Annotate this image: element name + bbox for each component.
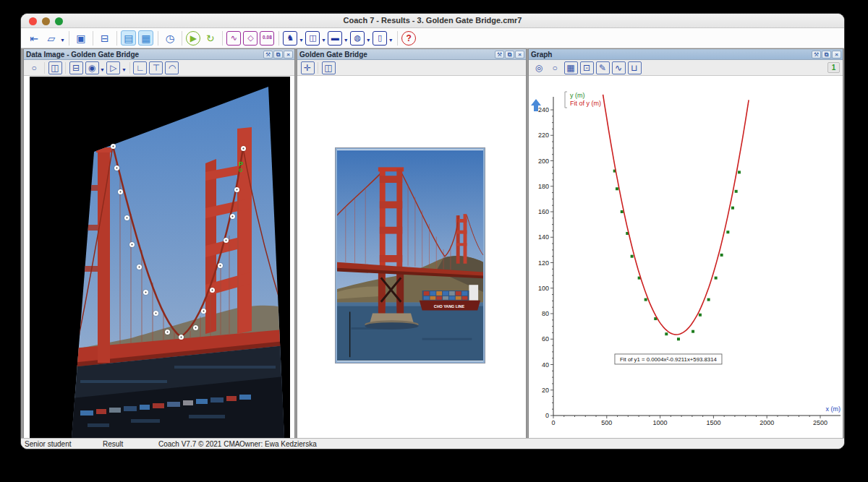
scatter-point[interactable] bbox=[699, 314, 702, 317]
axes-icon[interactable]: ∟ bbox=[133, 61, 147, 74]
value-tool-icon[interactable]: 0.08 bbox=[260, 31, 274, 46]
points-dropdown-icon[interactable]: ▼ bbox=[100, 67, 105, 72]
data-point-marker[interactable] bbox=[241, 146, 246, 151]
data-point-marker[interactable] bbox=[230, 214, 235, 219]
photo-titlebar[interactable]: Golden Gate Bridge ⚒⧉× bbox=[297, 49, 526, 60]
scale-icon[interactable]: ⊤ bbox=[149, 61, 163, 74]
panel-tools-icon[interactable]: ⚒ bbox=[263, 51, 273, 59]
status-bar: Senior student Result Coach V7.7 © 2021 … bbox=[21, 438, 844, 449]
meter-tool-icon[interactable]: ◇ bbox=[243, 31, 258, 46]
data-point-marker[interactable] bbox=[153, 311, 158, 316]
data-point-marker[interactable] bbox=[165, 330, 170, 335]
scatter-point[interactable] bbox=[707, 298, 710, 301]
scatter-point[interactable] bbox=[631, 255, 634, 258]
monitor-tool-dropdown-icon[interactable]: ▼ bbox=[344, 38, 349, 43]
data-point-marker[interactable] bbox=[124, 215, 129, 220]
graph-tool-icon[interactable]: ∿ bbox=[226, 31, 241, 46]
play-icon[interactable]: ▶ bbox=[186, 31, 200, 46]
data-point-marker[interactable] bbox=[201, 309, 206, 314]
data-point-marker[interactable] bbox=[179, 335, 184, 340]
revert-icon[interactable]: ↻ bbox=[203, 30, 218, 46]
exit-icon[interactable]: ⇤ bbox=[27, 30, 42, 46]
image-tool-dropdown-icon[interactable]: ▼ bbox=[321, 38, 326, 43]
document-tool-dropdown-icon[interactable]: ▼ bbox=[388, 38, 393, 43]
selected-point-marker[interactable] bbox=[239, 168, 242, 172]
save-icon[interactable]: ▣ bbox=[73, 30, 88, 46]
panel-close-icon[interactable]: × bbox=[284, 51, 293, 59]
zoom-icon[interactable]: ○ bbox=[27, 61, 41, 74]
animation-tool-icon[interactable]: ♞ bbox=[283, 31, 297, 46]
data-point-marker[interactable] bbox=[118, 189, 123, 194]
stopwatch-icon[interactable]: ◷ bbox=[162, 30, 177, 46]
data-point-marker[interactable] bbox=[137, 264, 142, 270]
svg-text:120: 120 bbox=[538, 259, 549, 267]
monitor-tool-icon[interactable]: ▬ bbox=[328, 31, 342, 46]
image-tool-icon[interactable]: ◫ bbox=[305, 31, 320, 46]
scatter-point[interactable] bbox=[616, 187, 618, 190]
data-image-title: Data Image - Golden Gate Bridge bbox=[26, 51, 139, 59]
svg-text:80: 80 bbox=[542, 310, 549, 317]
table-view-icon[interactable]: ▦ bbox=[138, 30, 153, 46]
edit-diagram-icon[interactable]: ✎ bbox=[596, 61, 610, 74]
scatter-point[interactable] bbox=[665, 332, 668, 335]
web-tool-icon[interactable]: ◍ bbox=[350, 31, 365, 46]
scatter-point[interactable] bbox=[621, 210, 624, 213]
window-titlebar[interactable]: Coach 7 - Results - 3. Golden Gate Bridg… bbox=[21, 14, 844, 28]
web-tool-dropdown-icon[interactable]: ▼ bbox=[366, 38, 371, 43]
data-point-marker[interactable] bbox=[210, 288, 215, 293]
data-point-marker[interactable] bbox=[129, 242, 135, 247]
predict-icon[interactable]: ∿ bbox=[612, 61, 626, 74]
panel-maximize-icon[interactable]: ⧉ bbox=[273, 51, 283, 59]
panel-close-icon[interactable]: × bbox=[832, 51, 841, 59]
data-point-marker[interactable] bbox=[114, 165, 119, 171]
grid-icon[interactable]: ▦ bbox=[564, 61, 578, 74]
data-point-marker[interactable] bbox=[143, 290, 148, 295]
graph-page-badge[interactable]: 1 bbox=[827, 62, 840, 73]
panel-tools-icon[interactable]: ⚒ bbox=[495, 51, 504, 59]
status-mode: Result bbox=[103, 440, 123, 448]
scatter-point[interactable] bbox=[677, 337, 680, 340]
data-point-marker[interactable] bbox=[224, 238, 229, 243]
image-settings-icon[interactable]: ◫ bbox=[48, 61, 62, 74]
data-image-titlebar[interactable]: Data Image - Golden Gate Bridge ⚒⧉× bbox=[24, 49, 294, 60]
document-tool-icon[interactable]: ▯ bbox=[373, 31, 387, 46]
toolbox-icon[interactable]: ⊔ bbox=[628, 61, 642, 74]
data-image-canvas[interactable]: P bbox=[30, 77, 290, 439]
scatter-point[interactable] bbox=[731, 207, 734, 210]
data-point-marker[interactable] bbox=[193, 325, 198, 330]
help-icon[interactable]: ? bbox=[401, 31, 416, 46]
scatter-point[interactable] bbox=[644, 298, 647, 301]
data-image-view-icon[interactable]: ▤ bbox=[121, 30, 136, 46]
scatter-point[interactable] bbox=[738, 171, 741, 173]
panel-close-icon[interactable]: × bbox=[515, 51, 524, 59]
points-icon[interactable]: ◉ bbox=[85, 61, 99, 74]
print-icon[interactable]: ⊟ bbox=[97, 30, 112, 46]
graph-plot[interactable]: 0204060801001201401601802002202400500100… bbox=[529, 76, 843, 440]
data-point-marker[interactable] bbox=[218, 263, 223, 268]
scatter-point[interactable] bbox=[715, 277, 718, 280]
open-activity-icon[interactable]: ▱ bbox=[44, 30, 59, 46]
scatter-point[interactable] bbox=[692, 330, 694, 333]
animation-tool-dropdown-icon[interactable]: ▼ bbox=[299, 38, 304, 43]
scatter-point[interactable] bbox=[720, 254, 723, 257]
scatter-point[interactable] bbox=[726, 231, 729, 233]
annotation-icon[interactable]: ◠ bbox=[165, 61, 179, 74]
graph-titlebar[interactable]: Graph ⚒⧉× bbox=[529, 49, 843, 60]
data-point-marker[interactable] bbox=[111, 144, 116, 149]
panel-tools-icon[interactable]: ⚒ bbox=[812, 51, 821, 59]
panel-maximize-icon[interactable]: ⧉ bbox=[822, 51, 831, 59]
svg-text:240: 240 bbox=[538, 106, 549, 113]
open-activity-dropdown-icon[interactable]: ▼ bbox=[60, 38, 65, 43]
fit-to-window-icon[interactable]: ✛ bbox=[301, 61, 315, 74]
zoom-icon[interactable]: ○ bbox=[548, 61, 562, 74]
data-point-marker[interactable] bbox=[234, 187, 239, 192]
scatter-point[interactable] bbox=[735, 190, 738, 193]
image-settings-icon[interactable]: ◫ bbox=[322, 61, 336, 74]
ruler-icon[interactable]: ⊟ bbox=[69, 61, 83, 74]
perspective-dropdown-icon[interactable]: ▼ bbox=[122, 67, 127, 72]
panel-maximize-icon[interactable]: ⧉ bbox=[505, 51, 514, 59]
data-image-content: P bbox=[24, 76, 294, 439]
perspective-icon[interactable]: ▷ bbox=[106, 61, 120, 74]
diagram-icon[interactable]: ⊡ bbox=[580, 61, 594, 74]
zoom-to-fit-icon[interactable]: ◎ bbox=[532, 61, 546, 74]
